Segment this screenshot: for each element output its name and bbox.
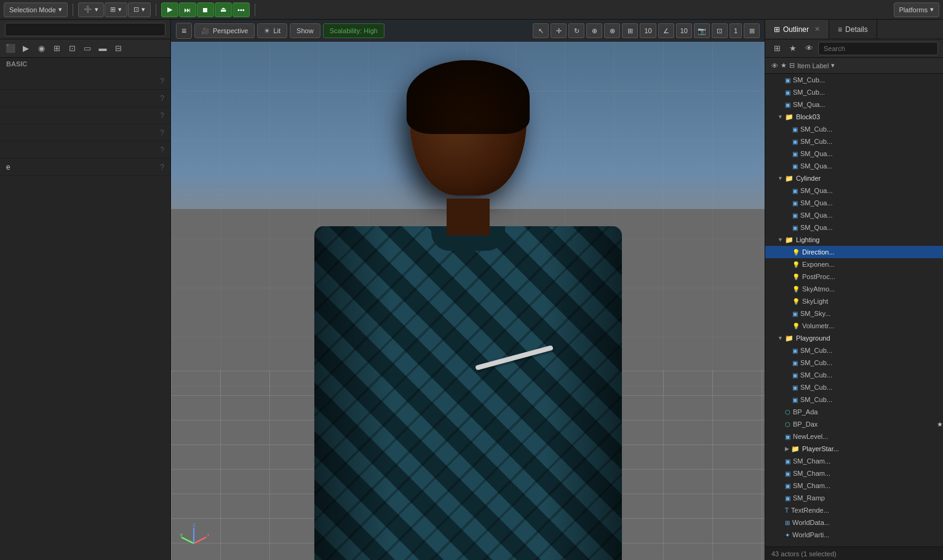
tree-sm-cham-1[interactable]: ▣ SM_Cham... (765, 455, 943, 467)
tree-skylight[interactable]: 💡 SkyLight (765, 295, 943, 307)
filter-btn[interactable]: ⊞ (770, 42, 784, 55)
tree-postprocess[interactable]: 💡 PostProc... (765, 270, 943, 283)
rotate-tool-btn[interactable]: ↻ (568, 23, 584, 38)
grid-toggle-btn[interactable]: ⊞ (622, 23, 638, 38)
select-tool-btn[interactable]: ↖ (533, 23, 549, 38)
tree-textrender[interactable]: T TextRende... (765, 504, 943, 516)
outliner-search-input[interactable] (818, 42, 938, 55)
tree-sm-cham-3[interactable]: ▣ SM_Cham... (765, 479, 943, 492)
snap-size[interactable]: 1 (730, 23, 742, 38)
left-item-6[interactable]: e ? (0, 159, 170, 176)
actor-transform-btn[interactable]: ⊞ ▾ (105, 2, 127, 17)
tab-outliner[interactable]: ⊞ Outliner ✕ (765, 20, 829, 39)
actor-count-label: 43 actors (1 selected) (771, 550, 837, 558)
grid-size-1[interactable]: 10 (640, 23, 656, 38)
tree-sm-qua-2[interactable]: ▣ SM_Qua... (765, 148, 943, 160)
item-label-col: Item Label (797, 62, 829, 69)
add-actor-btn[interactable]: ➕ ▾ (78, 2, 104, 17)
tree-sm-cub-3[interactable]: ▣ SM_Cub... (765, 123, 943, 135)
tree-label: SM_Cub... (800, 384, 832, 391)
angle-size[interactable]: 10 (676, 23, 692, 38)
scale-tool-btn[interactable]: ⊕ (586, 23, 602, 38)
lit-btn[interactable]: ☀ Lit (257, 23, 287, 38)
left-item-2[interactable]: ? (0, 90, 170, 107)
tree-sm-cub-1[interactable]: ▣ SM_Cub... (765, 74, 943, 86)
angle-tool-btn[interactable]: ∠ (658, 23, 674, 38)
tree-newlevel[interactable]: ▣ NewLevel... (765, 430, 943, 443)
tree-bp-dax[interactable]: ⬡ BP_Dax ★ (765, 418, 943, 430)
main-area: ⬛ ▶ ◉ ⊞ ⊡ ▭ ▬ ⊟ BASIC ? ? (0, 20, 943, 560)
move-tool-btn[interactable]: ✛ (551, 23, 567, 38)
eye-filter-btn[interactable]: 👁 (802, 42, 816, 55)
tree-skyatmo[interactable]: 💡 SkyAtmo... (765, 283, 943, 295)
help-icon-4: ? (160, 128, 164, 137)
light-icon: 💡 (792, 261, 800, 268)
tree-sm-cub-p1[interactable]: ▣ SM_Cub... (765, 344, 943, 357)
left-item-3[interactable]: ? (0, 107, 170, 124)
tree-sm-cham-2[interactable]: ▣ SM_Cham... (765, 467, 943, 479)
tree-cylinder-folder[interactable]: ▼ 📁 Cylinder (765, 172, 943, 184)
mesh-icon: ⊞ (785, 519, 790, 526)
star-icon: ★ (937, 420, 943, 428)
icon-btn-3[interactable]: ◉ (34, 42, 48, 55)
left-search-input[interactable] (5, 23, 165, 36)
tree-playground-folder[interactable]: ▼ 📁 Playground (765, 332, 943, 344)
left-item-1[interactable]: ? (0, 73, 170, 90)
icon-btn-2[interactable]: ▶ (19, 42, 33, 55)
show-btn[interactable]: Show (290, 23, 320, 38)
icon-btn-6[interactable]: ▭ (81, 42, 94, 55)
snap-tool-btn[interactable]: ⊡ (712, 23, 728, 38)
actor-placement-group: ➕ ▾ ⊞ ▾ ⊡ ▾ (78, 2, 151, 17)
tree-sm-sky[interactable]: ▣ SM_Sky... (765, 307, 943, 320)
tree-playerstar-folder[interactable]: ▶ 📁 PlayerStar... (765, 443, 943, 455)
step-btn[interactable]: ⏭ (179, 2, 196, 17)
left-item-5[interactable]: ? (0, 141, 170, 159)
tree-exponential-fog[interactable]: 💡 Exponen... (765, 258, 943, 270)
tree-sm-qua-3[interactable]: ▣ SM_Qua... (765, 160, 943, 172)
icon-btn-8[interactable]: ⊟ (111, 42, 125, 55)
tree-sm-cub-p4[interactable]: ▣ SM_Cub... (765, 381, 943, 393)
tree-sm-cub-p3[interactable]: ▣ SM_Cub... (765, 369, 943, 381)
tree-block03-folder[interactable]: ▼ 📁 Block03 (765, 111, 943, 123)
icon-btn-7[interactable]: ▬ (96, 42, 109, 55)
eject-btn[interactable]: ⏏ (215, 2, 232, 17)
play-btn[interactable]: ▶ (161, 2, 178, 17)
folder-icon: 📁 (785, 236, 794, 244)
tree-sm-ramp[interactable]: ▣ SM_Ramp (765, 492, 943, 504)
tree-sm-cub-2[interactable]: ▣ SM_Cub... (765, 86, 943, 98)
tree-worlddata[interactable]: ⊞ WorldData... (765, 516, 943, 529)
viewport[interactable]: ≡ 🎥 Perspective ☀ Lit Show Scalability: … (171, 20, 765, 560)
play-more-btn[interactable]: ••• (233, 2, 250, 17)
right-panel-tabs: ⊞ Outliner ✕ ≡ Details (765, 20, 943, 39)
platforms-btn[interactable]: Platforms ▾ (894, 2, 939, 17)
tree-sm-cub-4[interactable]: ▣ SM_Cub... (765, 135, 943, 148)
tree-sm-qua-5[interactable]: ▣ SM_Qua... (765, 197, 943, 209)
star-filter-btn[interactable]: ★ (786, 42, 800, 55)
tab-details[interactable]: ≡ Details (829, 20, 877, 39)
camera-tool-btn[interactable]: 📷 (694, 23, 710, 38)
tree-sm-cub-p5[interactable]: ▣ SM_Cub... (765, 393, 943, 406)
tree-directional-light[interactable]: 💡 Direction... (765, 246, 943, 258)
viewport-options-btn[interactable]: ⊞ (744, 23, 760, 38)
snap-btn[interactable]: ⊡ ▾ (128, 2, 151, 17)
tree-sm-qua-1[interactable]: ▣ SM_Qua... (765, 98, 943, 111)
viewport-menu-btn[interactable]: ≡ (176, 23, 192, 39)
stop-btn[interactable]: ⏹ (197, 2, 214, 17)
tree-sm-qua-4[interactable]: ▣ SM_Qua... (765, 184, 943, 197)
tree-sm-qua-6[interactable]: ▣ SM_Qua... (765, 209, 943, 221)
tree-lighting-folder[interactable]: ▼ 📁 Lighting (765, 234, 943, 246)
selection-mode-btn[interactable]: Selection Mode ▾ (4, 2, 68, 17)
icon-btn-1[interactable]: ⬛ (4, 42, 17, 55)
tree-volumetric[interactable]: 💡 Volumetr... (765, 320, 943, 332)
icon-btn-5[interactable]: ⊡ (65, 42, 79, 55)
tree-sm-cub-p2[interactable]: ▣ SM_Cub... (765, 357, 943, 369)
tree-bp-ada[interactable]: ⬡ BP_Ada (765, 406, 943, 418)
add-arrow: ▾ (95, 6, 98, 14)
left-item-4[interactable]: ? (0, 124, 170, 141)
outliner-close-icon[interactable]: ✕ (814, 25, 820, 33)
icon-btn-4[interactable]: ⊞ (50, 42, 63, 55)
tree-worldparti[interactable]: ✦ WorldParti... (765, 529, 943, 541)
perspective-btn[interactable]: 🎥 Perspective (194, 23, 255, 38)
transform-tool-btn[interactable]: ⊗ (604, 23, 620, 38)
tree-sm-qua-7[interactable]: ▣ SM_Qua... (765, 221, 943, 234)
